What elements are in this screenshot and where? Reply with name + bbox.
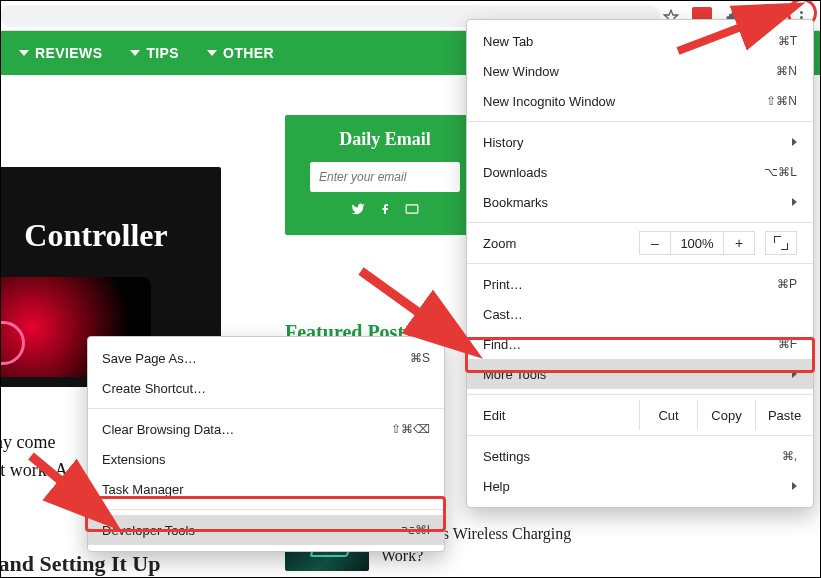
- screenshot-stage: REVIEWS TIPS OTHER Daily Email Featured …: [0, 0, 821, 578]
- menu-label: Create Shortcut…: [102, 381, 430, 396]
- menu-label: Bookmarks: [483, 195, 792, 210]
- submenu-item-developer-tools[interactable]: Developer Tools⌥⌘I: [88, 515, 444, 545]
- menu-label: Developer Tools: [102, 523, 401, 538]
- chevron-down-icon: [19, 50, 29, 56]
- mail-icon[interactable]: [405, 202, 419, 219]
- nav-other[interactable]: OTHER: [207, 45, 274, 61]
- social-row: [295, 202, 475, 219]
- menu-label: History: [483, 135, 792, 150]
- menu-item-incognito[interactable]: New Incognito Window⇧⌘N: [467, 86, 813, 116]
- fullscreen-button[interactable]: [765, 231, 797, 255]
- menu-separator: [467, 263, 813, 264]
- signup-title: Daily Email: [295, 129, 475, 150]
- signup-card: Daily Email: [285, 115, 485, 235]
- edit-paste-button[interactable]: Paste: [755, 400, 813, 430]
- menu-label: Find…: [483, 337, 778, 352]
- menu-label: Clear Browsing Data…: [102, 422, 391, 437]
- menu-separator: [467, 121, 813, 122]
- chevron-right-icon: [792, 138, 797, 146]
- submenu-item-extensions[interactable]: Extensions: [88, 444, 444, 474]
- menu-label: Extensions: [102, 452, 430, 467]
- menu-label: More Tools: [483, 367, 792, 382]
- menu-shortcut: ⌘S: [410, 351, 430, 365]
- menu-label: Downloads: [483, 165, 764, 180]
- chevron-right-icon: [792, 198, 797, 206]
- menu-shortcut: ⌘T: [778, 34, 797, 48]
- menu-shortcut: ⌘N: [776, 64, 797, 78]
- menu-item-edit: Edit Cut Copy Paste: [467, 400, 813, 430]
- menu-shortcut: ⌘F: [778, 337, 797, 351]
- menu-separator: [88, 509, 444, 510]
- menu-item-help[interactable]: Help: [467, 471, 813, 501]
- zoom-percent: 100%: [671, 231, 723, 255]
- menu-label: Settings: [483, 449, 782, 464]
- nav-tips[interactable]: TIPS: [130, 45, 179, 61]
- nav-reviews[interactable]: REVIEWS: [19, 45, 102, 61]
- menu-item-new-tab[interactable]: New Tab⌘T: [467, 26, 813, 56]
- snippet-line: may come: [0, 429, 68, 457]
- menu-label: Save Page As…: [102, 351, 410, 366]
- menu-label: Print…: [483, 277, 777, 292]
- menu-shortcut: ⇧⌘⌫: [391, 422, 430, 436]
- menu-shortcut: ⌥⌘L: [764, 165, 797, 179]
- menu-item-cast[interactable]: Cast…: [467, 299, 813, 329]
- chevron-down-icon: [130, 50, 140, 56]
- menu-separator: [467, 435, 813, 436]
- nav-label: TIPS: [146, 45, 179, 61]
- zoom-in-button[interactable]: +: [723, 231, 755, 255]
- svg-rect-1: [406, 205, 418, 213]
- menu-separator: [467, 394, 813, 395]
- menu-separator: [467, 222, 813, 223]
- menu-item-history[interactable]: History: [467, 127, 813, 157]
- chrome-main-menu: New Tab⌘T New Window⌘N New Incognito Win…: [466, 19, 814, 508]
- menu-label: New Incognito Window: [483, 94, 766, 109]
- submenu-item-clear-browsing[interactable]: Clear Browsing Data…⇧⌘⌫: [88, 414, 444, 444]
- nav-label: REVIEWS: [35, 45, 102, 61]
- menu-item-print[interactable]: Print…⌘P: [467, 269, 813, 299]
- chevron-down-icon: [207, 50, 217, 56]
- menu-item-zoom: Zoom – 100% +: [467, 228, 813, 258]
- twitter-icon[interactable]: [351, 202, 365, 219]
- submenu-item-task-manager[interactable]: Task Manager: [88, 474, 444, 504]
- zoom-out-button[interactable]: –: [639, 231, 671, 255]
- chevron-right-icon: [792, 482, 797, 490]
- menu-label: Help: [483, 479, 792, 494]
- snippet-line: sn't work. A: [0, 457, 68, 485]
- menu-label: New Window: [483, 64, 776, 79]
- menu-shortcut: ⌘P: [777, 277, 797, 291]
- text-snippet: ke and Setting It Up: [0, 551, 160, 577]
- nav-label: OTHER: [223, 45, 274, 61]
- email-input[interactable]: [310, 162, 460, 192]
- fullscreen-icon: [774, 236, 788, 250]
- menu-item-bookmarks[interactable]: Bookmarks: [467, 187, 813, 217]
- menu-item-new-window[interactable]: New Window⌘N: [467, 56, 813, 86]
- chevron-right-icon: [792, 370, 797, 378]
- menu-label: New Tab: [483, 34, 778, 49]
- menu-label: Task Manager: [102, 482, 430, 497]
- menu-label: Cast…: [483, 307, 797, 322]
- menu-item-downloads[interactable]: Downloads⌥⌘L: [467, 157, 813, 187]
- text-snippet: may come sn't work. A: [0, 429, 68, 485]
- facebook-icon[interactable]: [379, 202, 391, 219]
- menu-separator: [88, 408, 444, 409]
- menu-shortcut: ⌥⌘I: [401, 523, 430, 537]
- menu-item-settings[interactable]: Settings⌘,: [467, 441, 813, 471]
- menu-label: Zoom: [483, 236, 639, 251]
- menu-item-more-tools[interactable]: More Tools: [467, 359, 813, 389]
- menu-shortcut: ⌘,: [782, 449, 797, 463]
- menu-label: Edit: [467, 400, 639, 430]
- submenu-item-create-shortcut[interactable]: Create Shortcut…: [88, 373, 444, 403]
- more-tools-submenu: Save Page As…⌘S Create Shortcut… Clear B…: [87, 336, 445, 552]
- submenu-item-save-page[interactable]: Save Page As…⌘S: [88, 343, 444, 373]
- edit-copy-button[interactable]: Copy: [697, 400, 755, 430]
- menu-shortcut: ⇧⌘N: [766, 94, 797, 108]
- article-card-title: Controller: [0, 217, 221, 254]
- menu-item-find[interactable]: Find…⌘F: [467, 329, 813, 359]
- edit-cut-button[interactable]: Cut: [639, 400, 697, 430]
